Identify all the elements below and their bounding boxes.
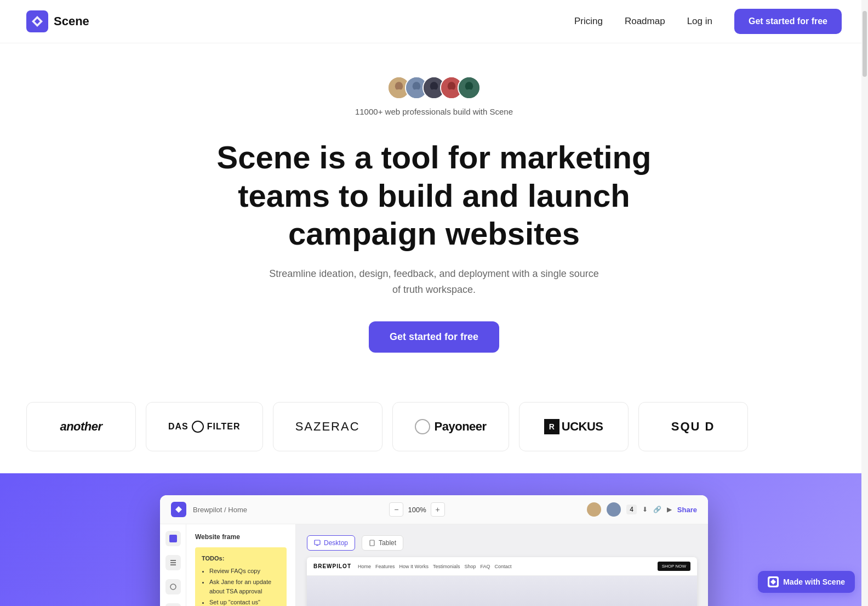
- todo-item-1: Review FAQs copy: [209, 567, 280, 576]
- collaborator-count: 4: [626, 505, 637, 514]
- avatar-group: [387, 76, 481, 99]
- navbar: Scene Pricing Roadmap Log in Get started…: [0, 0, 868, 43]
- site-link-faq: FAQ: [480, 564, 490, 569]
- avatar-5: [458, 76, 481, 99]
- nav-pricing[interactable]: Pricing: [574, 16, 603, 27]
- link-icon[interactable]: 🔗: [653, 506, 661, 513]
- download-icon[interactable]: ⬇: [642, 506, 648, 513]
- site-link-contact: Contact: [494, 564, 511, 569]
- das-filter-circle-icon: [192, 421, 204, 433]
- site-link-testimonials: Testimonials: [433, 564, 460, 569]
- svg-point-12: [445, 89, 458, 99]
- svg-rect-27: [316, 545, 318, 546]
- ruckus-square-icon: R: [544, 419, 559, 434]
- svg-rect-20: [170, 564, 176, 565]
- logo-sazerac-text: SAZERAC: [295, 420, 360, 434]
- tab-desktop-label: Desktop: [324, 539, 348, 547]
- svg-point-6: [410, 89, 423, 99]
- zoom-minus-button[interactable]: −: [389, 502, 403, 517]
- logo-card-sazerac: SAZERAC: [273, 402, 382, 451]
- toolbar-avatar-1: [587, 502, 601, 517]
- logo-text: Scene: [54, 14, 89, 29]
- logo-das-filter-text: DAS FILTER: [168, 421, 241, 433]
- svg-point-9: [427, 89, 441, 99]
- app-window: Brewpilot / Home − 100% + 4 ⬇ 🔗 ▶ Share: [160, 495, 708, 606]
- site-link-how: How It Works: [399, 564, 429, 569]
- zoom-level: 100%: [408, 506, 426, 514]
- zoom-plus-button[interactable]: +: [431, 502, 445, 517]
- app-preview-section: Brewpilot / Home − 100% + 4 ⬇ 🔗 ▶ Share: [0, 473, 868, 606]
- logo-card-another: another: [26, 402, 136, 451]
- logo-card-squd: SQU D: [638, 402, 748, 451]
- app-toolbar: Brewpilot / Home − 100% + 4 ⬇ 🔗 ▶ Share: [160, 495, 708, 524]
- site-link-home: Home: [358, 564, 371, 569]
- play-icon[interactable]: ▶: [667, 506, 672, 513]
- shop-now-button[interactable]: SHOP NOW: [658, 562, 690, 571]
- todo-item-3: Set up "contact us": [209, 598, 280, 606]
- app-body: Website frame TODOs: Review FAQs copy As…: [160, 524, 708, 606]
- panel-title: Website frame: [195, 533, 287, 541]
- site-links: Home Features How It Works Testimonials …: [358, 564, 651, 569]
- logo-ruckus-text: UCKUS: [562, 420, 603, 434]
- nav-links: Pricing Roadmap Log in Get started for f…: [574, 9, 842, 34]
- site-link-shop: Shop: [464, 564, 476, 569]
- app-logo-icon: [171, 502, 186, 517]
- logo-area: Scene: [26, 10, 89, 32]
- svg-rect-28: [370, 540, 374, 546]
- scrollbar-thumb[interactable]: [863, 11, 867, 77]
- site-nav: BREWPILOT Home Features How It Works Tes…: [307, 557, 697, 576]
- tab-tablet-label: Tablet: [379, 539, 396, 547]
- app-sidebar: [160, 524, 186, 606]
- logo-another-text: another: [60, 420, 102, 434]
- sidebar-home-icon[interactable]: [165, 531, 181, 546]
- website-preview: BREWPILOT Home Features How It Works Tes…: [307, 557, 697, 606]
- logo-ruckus-area: R UCKUS: [544, 419, 603, 434]
- logo-card-ruckus: R UCKUS: [519, 402, 629, 451]
- app-toolbar-right: 4 ⬇ 🔗 ▶ Share: [587, 502, 697, 517]
- app-main: Website frame TODOs: Review FAQs copy As…: [186, 524, 708, 606]
- svg-point-21: [170, 584, 176, 590]
- sidebar-layers-icon[interactable]: [165, 555, 181, 570]
- site-link-features: Features: [375, 564, 395, 569]
- made-with-icon: [768, 576, 779, 587]
- logo-squd-text: SQU D: [671, 420, 715, 434]
- svg-rect-19: [170, 562, 176, 563]
- share-button[interactable]: Share: [677, 506, 697, 514]
- tab-tablet[interactable]: Tablet: [362, 535, 403, 551]
- hero-title: Scene is a tool for marketing teams to b…: [187, 138, 681, 253]
- hero-cta-button[interactable]: Get started for free: [369, 321, 499, 353]
- site-hero-area: [307, 576, 697, 606]
- device-tabs: Desktop Tablet: [307, 535, 697, 551]
- app-breadcrumb: Brewpilot / Home: [193, 506, 247, 514]
- made-with-label: Made with Scene: [783, 577, 845, 586]
- nav-roadmap[interactable]: Roadmap: [625, 16, 665, 27]
- app-toolbar-left: Brewpilot / Home: [171, 502, 247, 517]
- sticky-note: TODOs: Review FAQs copy Ask Jane for an …: [195, 547, 287, 606]
- left-panel: Website frame TODOs: Review FAQs copy As…: [186, 524, 296, 606]
- tab-desktop[interactable]: Desktop: [307, 535, 355, 551]
- toolbar-avatar-2: [607, 502, 621, 517]
- svg-point-15: [462, 89, 476, 99]
- payoneer-circle-icon: [415, 419, 430, 434]
- svg-marker-16: [175, 506, 182, 513]
- hero-section: 11000+ web professionals build with Scen…: [0, 43, 868, 402]
- social-proof-text: 11000+ web professionals build with Scen…: [355, 107, 513, 116]
- hero-subtitle: Streamline ideation, design, feedback, a…: [264, 266, 604, 298]
- made-with-badge[interactable]: Made with Scene: [758, 571, 855, 593]
- todo-item-2: Ask Jane for an update about TSA approva…: [209, 577, 280, 596]
- sticky-note-list: Review FAQs copy Ask Jane for an update …: [202, 567, 280, 606]
- logo-card-payoneer: Payoneer: [392, 402, 509, 451]
- logo-card-das-filter: DAS FILTER: [146, 402, 263, 451]
- app-toolbar-center: − 100% +: [389, 502, 444, 517]
- svg-rect-17: [169, 535, 177, 542]
- nav-cta-button[interactable]: Get started for free: [734, 9, 842, 34]
- canvas-area: Desktop Tablet BREWPILOT Home: [296, 524, 708, 606]
- svg-rect-18: [170, 560, 176, 561]
- svg-point-3: [392, 89, 406, 99]
- sidebar-assets-icon[interactable]: [165, 603, 181, 606]
- logo-payoneer-area: Payoneer: [415, 419, 487, 434]
- nav-login[interactable]: Log in: [687, 16, 712, 27]
- svg-rect-26: [315, 540, 320, 545]
- logo-bar: another DAS FILTER SAZERAC Payoneer R UC…: [0, 402, 868, 451]
- sidebar-components-icon[interactable]: [165, 579, 181, 594]
